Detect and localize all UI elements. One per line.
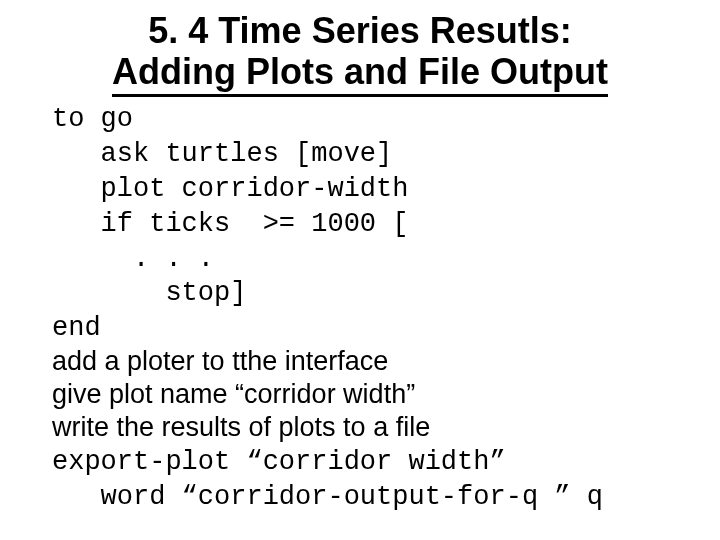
code-line: plot corridor-width [52, 174, 408, 204]
slide-title: 5. 4 Time Series Resutls: Adding Plots a… [40, 10, 680, 93]
title-line-1: 5. 4 Time Series Resutls: [148, 10, 572, 51]
title-line-2: Adding Plots and File Output [112, 51, 608, 97]
code-line: ask turtles [move] [52, 139, 392, 169]
code-line: stop] [52, 278, 246, 308]
slide-body: to go ask turtles [move] plot corridor-w… [0, 101, 720, 514]
code-line: to go [52, 104, 133, 134]
code-line: . . . [52, 244, 214, 274]
code-line: end [52, 313, 101, 343]
note-line: write the results of plots to a file [52, 412, 430, 442]
code-line: export-plot “corridor width” [52, 447, 506, 477]
slide: 5. 4 Time Series Resutls: Adding Plots a… [0, 0, 720, 540]
note-line: add a ploter to tthe interface [52, 346, 388, 376]
note-line: give plot name “corridor width” [52, 379, 415, 409]
code-line: word “corridor-output-for-q ” q [52, 482, 603, 512]
code-line: if ticks >= 1000 [ [52, 209, 408, 239]
